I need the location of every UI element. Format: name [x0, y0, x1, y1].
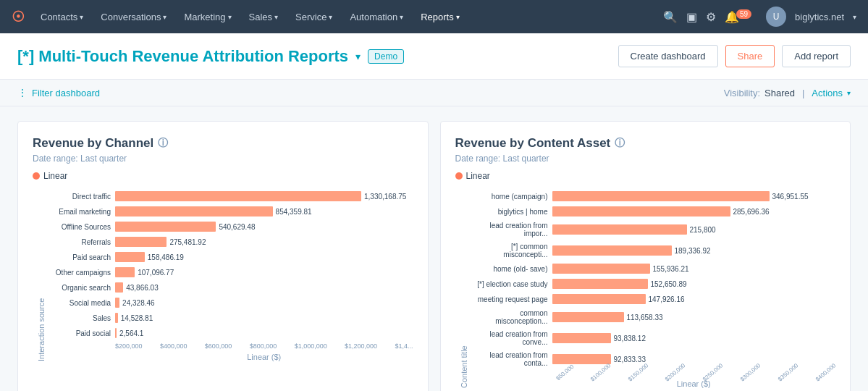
settings-icon[interactable]: ⚙	[706, 10, 716, 24]
right-x-axis: $50,000$100,000$150,000$200,000$250,000$…	[552, 370, 836, 377]
actions-button[interactable]: Actions	[812, 88, 843, 98]
bar-fill	[552, 224, 687, 235]
table-row: meeting request page 147,926.16	[468, 294, 836, 304]
legend-dot	[33, 172, 40, 180]
bar-label: biglytics | home	[468, 208, 548, 216]
bar-track: 14,528.81	[115, 313, 413, 323]
bar-value: 93,838.12	[614, 335, 646, 342]
bar-fill	[552, 264, 650, 274]
right-bar-rows: home (campaign) 346,951.55 biglytics | h…	[468, 191, 836, 367]
table-row: Offline Sources 540,629.48	[46, 222, 413, 232]
apps-icon[interactable]: ▣	[686, 10, 697, 24]
table-row: Paid social 2,564.1	[46, 328, 413, 338]
bar-value: 92,833.33	[614, 356, 646, 363]
right-chart-title: Revenue by Content Asset ⓘ	[455, 136, 836, 151]
nav-sales[interactable]: Sales ▾	[242, 9, 286, 25]
bar-label: home (campaign)	[468, 193, 548, 201]
title-dropdown-icon[interactable]: ▾	[355, 51, 361, 62]
bar-fill	[552, 294, 646, 304]
left-chart-title: Revenue by Channel ⓘ	[33, 136, 413, 151]
nav-reports[interactable]: Reports ▾	[413, 9, 467, 25]
chevron-down-icon: ▾	[456, 13, 460, 21]
page-title: [*] Multi-Touch Revenue Attribution Repo…	[17, 47, 348, 66]
nav-contacts[interactable]: Contacts ▾	[33, 9, 90, 25]
info-icon[interactable]: ⓘ	[158, 137, 168, 150]
bar-track: 285,696.36	[552, 206, 836, 216]
nav-service[interactable]: Service ▾	[288, 9, 340, 25]
bar-value: 1,330,168.75	[364, 193, 406, 201]
chevron-down-icon: ▾	[228, 13, 232, 21]
bar-label: Sales	[46, 314, 111, 322]
hubspot-logo[interactable]: ☉	[12, 8, 25, 25]
bar-label: [*] election case study	[468, 280, 548, 288]
visibility-label: Visibility:	[724, 88, 760, 98]
table-row: lead creation from conta... 92,833.33	[468, 351, 836, 367]
bar-fill	[552, 191, 770, 201]
bar-label: [*] common misconcepti...	[468, 243, 548, 258]
bar-fill	[115, 222, 216, 232]
bar-fill	[115, 313, 118, 323]
x-tick-label: $800,000	[250, 342, 277, 350]
bar-label: meeting request page	[468, 295, 548, 303]
avatar[interactable]: U	[766, 7, 786, 27]
table-row: Other campaigns 107,096.77	[46, 267, 413, 277]
table-row: Social media 24,328.46	[46, 298, 413, 308]
left-bar-rows: Direct traffic 1,330,168.75 Email market…	[46, 191, 413, 338]
account-name: biglytics.net	[795, 12, 844, 22]
info-icon[interactable]: ⓘ	[615, 137, 625, 150]
left-chart-area: Direct traffic 1,330,168.75 Email market…	[46, 191, 413, 361]
notification-count: 59	[736, 9, 751, 19]
nav-marketing[interactable]: Marketing ▾	[177, 9, 238, 25]
bar-fill	[552, 333, 611, 343]
bar-fill	[115, 237, 167, 247]
revenue-by-channel-card: Revenue by Channel ⓘ Date range: Last qu…	[17, 121, 429, 391]
table-row: home (old- save) 155,936.21	[468, 264, 836, 274]
table-row: lead creation from conve... 93,838.12	[468, 330, 836, 346]
bar-fill	[115, 267, 135, 277]
bar-value: 2,564.1	[119, 329, 143, 337]
bar-value: 107,096.77	[138, 269, 174, 277]
bar-value: 189,336.92	[675, 247, 711, 255]
right-chart-date-range: Date range: Last quarter	[455, 154, 836, 164]
bar-track: 24,328.46	[115, 298, 413, 308]
actions-chevron-icon: ▾	[847, 89, 851, 97]
table-row: Organic search 43,866.03	[46, 282, 413, 293]
account-chevron-icon: ▾	[853, 13, 856, 21]
left-x-axis-title: Linear ($)	[115, 353, 413, 361]
right-bar-chart: Content title home (campaign) 346,951.55…	[455, 191, 836, 388]
nav-conversations[interactable]: Conversations ▾	[93, 9, 174, 25]
table-row: home (campaign) 346,951.55	[468, 191, 836, 201]
header-actions: Create dashboard Share Add report	[618, 45, 851, 67]
bar-value: 43,866.03	[126, 284, 159, 292]
table-row: Referrals 275,481.92	[46, 237, 413, 247]
bar-label: Offline Sources	[46, 223, 111, 231]
chevron-down-icon: ▾	[80, 13, 83, 21]
chevron-down-icon: ▾	[329, 13, 332, 21]
x-tick-label: $200,000	[115, 342, 143, 350]
bar-track: 158,486.19	[115, 252, 413, 262]
revenue-by-content-card: Revenue by Content Asset ⓘ Date range: L…	[440, 121, 851, 391]
bar-label: Email marketing	[46, 208, 111, 216]
share-button[interactable]: Share	[725, 45, 775, 67]
table-row: common misconception... 113,658.33	[468, 309, 836, 325]
bar-label: common misconception...	[468, 309, 548, 325]
legend-label: Linear	[466, 171, 490, 181]
bar-label: Paid search	[46, 253, 111, 261]
nav-right-actions: 🔍 ▣ ⚙ 🔔 59 U biglytics.net ▾	[663, 7, 856, 27]
bar-label: lead creation from conve...	[468, 330, 548, 346]
bar-value: 275,481.92	[169, 238, 206, 246]
x-tick-label: $1,4...	[395, 342, 413, 350]
add-report-button[interactable]: Add report	[782, 45, 851, 67]
nav-automation[interactable]: Automation ▾	[342, 9, 410, 25]
table-row: [*] common misconcepti... 189,336.92	[468, 243, 836, 258]
bar-track: 275,481.92	[115, 237, 413, 247]
bar-value: 147,926.16	[649, 295, 685, 303]
table-row: lead creation from impor... 215,800	[468, 222, 836, 237]
bar-label: lead creation from conta...	[468, 351, 548, 367]
filter-dashboard-button[interactable]: ⋮ Filter dashboard	[17, 87, 100, 98]
search-icon[interactable]: 🔍	[663, 10, 678, 24]
bar-label: lead creation from impor...	[468, 222, 548, 237]
right-y-axis-label: Content title	[455, 191, 468, 388]
bar-fill	[115, 298, 119, 308]
create-dashboard-button[interactable]: Create dashboard	[618, 45, 718, 67]
